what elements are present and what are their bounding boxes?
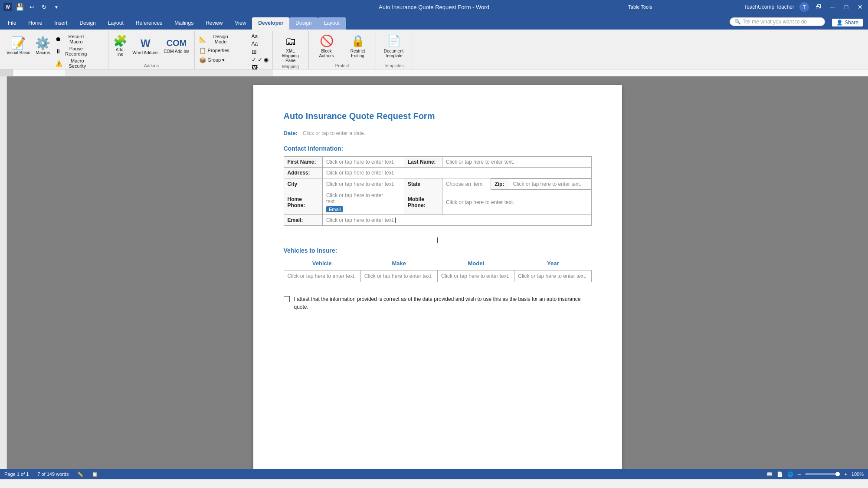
mobile-phone-value[interactable]: Click or tap here to enter text. xyxy=(442,190,591,215)
pause-recording-button[interactable]: ⏸ Pause Recording xyxy=(53,45,105,57)
tab-insert[interactable]: Insert xyxy=(48,17,73,30)
email-label: Email: xyxy=(284,215,322,226)
tab-home[interactable]: Home xyxy=(22,17,48,30)
quick-access-more[interactable]: ▼ xyxy=(52,3,61,11)
document-page: Auto Insurance Quote Request Form Date: … xyxy=(253,85,622,469)
model-cell[interactable]: Click or tap here to enter text. xyxy=(438,270,514,282)
view-icon-print[interactable]: 📄 xyxy=(777,472,783,477)
home-phone-value[interactable]: Click or tap here to entertext. Email xyxy=(322,190,404,215)
ribbon-group-code: 📝 Visual Basic ⚙️ Macros ⏺ Record Macro … xyxy=(2,31,108,69)
xml-mapping-button[interactable]: 🗂 XML Mapping Pane xyxy=(275,33,306,64)
first-name-value[interactable]: Click or tap here to enter text. xyxy=(322,157,404,168)
tab-review[interactable]: Review xyxy=(200,17,229,30)
add-ins-icon: 🧩 xyxy=(113,35,127,46)
year-cell[interactable]: Click or tap here to enter text. xyxy=(514,270,591,282)
zip-value[interactable]: Click or tap here to enter text. xyxy=(509,179,591,190)
share-button[interactable]: 👤 Share xyxy=(832,19,863,26)
minimize-button[interactable]: ─ xyxy=(828,3,837,11)
tab-layout[interactable]: Layout xyxy=(102,17,130,30)
properties-button[interactable]: 📋 Properties xyxy=(197,46,249,55)
text-cursor xyxy=(395,218,396,223)
word-addins-button[interactable]: W Word Add-ins xyxy=(130,33,160,59)
track-changes-icon[interactable]: 📋 xyxy=(92,472,98,477)
attestation-checkbox[interactable] xyxy=(284,296,290,302)
xml-mapping-icon: 🗂 xyxy=(285,34,296,48)
save-button[interactable]: 💾 xyxy=(16,3,24,11)
controls-stack: 📐 Design Mode 📋 Properties 📦 Group ▾ xyxy=(197,33,249,64)
macro-security-button[interactable]: ⚠️ Macro Security xyxy=(53,57,105,69)
tab-design[interactable]: Design xyxy=(73,17,102,30)
view-icon-read[interactable]: 📖 xyxy=(766,472,773,477)
city-value[interactable]: Click or tap here to enter text. xyxy=(322,178,404,190)
add-ins-button[interactable]: 🧩 Add-ins xyxy=(111,33,129,59)
last-name-value[interactable]: Click or tap here to enter text. xyxy=(442,157,591,168)
templates-group-content: 📄 Document Template xyxy=(379,31,409,63)
address-value[interactable]: Click or tap here to enter text. xyxy=(322,168,591,178)
group-button[interactable]: 📦 Group ▾ xyxy=(197,56,249,64)
restrict-editing-button[interactable]: 🔒 Restrict Editing xyxy=(343,33,373,59)
make-cell[interactable]: Click or tap here to enter text. xyxy=(360,270,437,282)
macro-security-label: Macro Security xyxy=(64,58,90,69)
email-tag[interactable]: Email xyxy=(326,206,344,212)
edit-icon[interactable]: ✏️ xyxy=(77,472,83,477)
close-button[interactable]: ✕ xyxy=(856,3,865,11)
titlebar-right: Table Tools TeachUcomp Teacher T 🗗 ─ □ ✕ xyxy=(628,2,865,12)
control-check-3[interactable]: ⊞ xyxy=(250,48,270,56)
macros-label: Macros xyxy=(36,50,50,55)
block-authors-button[interactable]: 🚫 Block Authors xyxy=(311,33,342,59)
zoom-in-icon[interactable]: + xyxy=(844,472,847,477)
tab-references[interactable]: References xyxy=(130,17,168,30)
date-field[interactable]: Click or tap to enter a date. xyxy=(303,130,365,136)
date-label: Date: xyxy=(284,130,298,136)
addins-group-label: Add-ins xyxy=(144,63,159,69)
control-check-4[interactable]: ✓✓◉ xyxy=(250,56,270,63)
vehicles-section: Vehicles to Insure: Vehicle Make Model Y… xyxy=(284,247,592,282)
tab-view[interactable]: View xyxy=(229,17,252,30)
share-icon: 👤 xyxy=(836,20,843,26)
vehicle-cell[interactable]: Click or tap here to enter text. xyxy=(284,270,360,282)
search-box[interactable]: 🔍 Tell me what you want to do xyxy=(730,17,825,26)
profile-icon[interactable]: T xyxy=(799,2,809,12)
ribbon-group-protect: 🚫 Block Authors 🔒 Restrict Editing Prote… xyxy=(309,31,376,69)
first-name-label: First Name: xyxy=(284,157,322,168)
status-bar: Page 1 of 1 7 of 149 words ✏️ 📋 📖 📄 🌐 ─ … xyxy=(0,469,868,479)
restore-button[interactable]: 🗗 xyxy=(814,3,823,11)
state-dropdown[interactable]: Choose an item. xyxy=(442,179,491,190)
user-area: 🔍 Tell me what you want to do 👤 Share xyxy=(730,17,868,30)
redo-button[interactable]: ↻ xyxy=(40,3,49,11)
macro-security-icon: ⚠️ xyxy=(55,60,62,66)
word-addins-icon: W xyxy=(141,37,151,49)
ribbon-tabs-bar: File Home Insert Design Layout Reference… xyxy=(0,14,868,30)
view-icon-web[interactable]: 🌐 xyxy=(787,472,793,477)
maximize-button[interactable]: □ xyxy=(842,3,851,11)
vehicles-section-title: Vehicles to Insure: xyxy=(284,247,592,254)
visual-basic-icon: 📝 xyxy=(11,37,26,49)
visual-basic-button[interactable]: 📝 Visual Basic xyxy=(4,33,32,59)
record-macro-label: Record Macro xyxy=(63,34,89,44)
record-macro-button[interactable]: ⏺ Record Macro xyxy=(53,33,105,45)
design-mode-button[interactable]: 📐 Design Mode xyxy=(197,33,249,45)
undo-button[interactable]: ↩ xyxy=(28,3,36,11)
tab-mailings[interactable]: Mailings xyxy=(168,17,200,30)
zoom-level[interactable]: 100% xyxy=(852,472,864,477)
app-icon: W xyxy=(3,3,12,11)
email-value[interactable]: Click or tap here to enter text. xyxy=(322,215,591,226)
ruler-body xyxy=(13,69,868,76)
tab-design-context[interactable]: Design xyxy=(289,17,318,30)
document-template-button[interactable]: 📄 Document Template xyxy=(379,33,409,59)
tab-file[interactable]: File xyxy=(2,17,22,30)
cursor-position: | xyxy=(284,236,592,243)
tab-developer[interactable]: Developer xyxy=(252,17,289,30)
com-addins-icon: COM xyxy=(167,38,187,48)
attestation: I attest that the information provided i… xyxy=(284,295,592,311)
zoom-slider[interactable] xyxy=(805,473,840,475)
tab-layout-context[interactable]: Layout xyxy=(318,17,346,30)
zoom-out-icon[interactable]: ─ xyxy=(798,472,801,477)
address-label: Address: xyxy=(284,168,322,178)
macros-button[interactable]: ⚙️ Macros xyxy=(33,33,52,59)
control-check-1[interactable]: Aa xyxy=(250,33,270,40)
state-label: State xyxy=(404,178,442,190)
control-check-2[interactable]: Aa xyxy=(250,40,270,47)
pause-recording-icon: ⏸ xyxy=(55,48,61,54)
com-addins-button[interactable]: COM COM Add-ins xyxy=(161,33,191,59)
